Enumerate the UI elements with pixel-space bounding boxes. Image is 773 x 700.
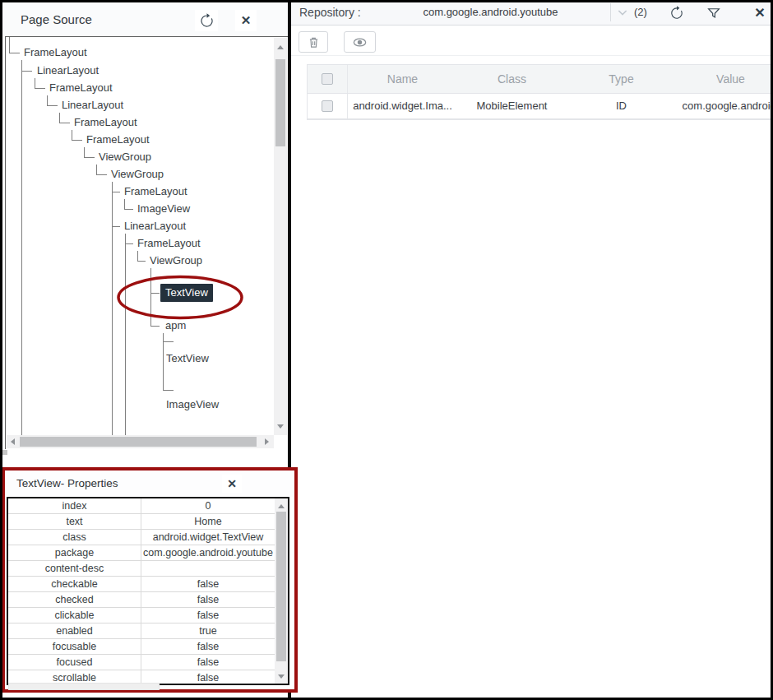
preview-button[interactable] <box>344 31 376 53</box>
property-row[interactable]: packagecom.google.android.youtube <box>8 545 275 561</box>
tree-node-apm[interactable]: apm <box>165 318 186 334</box>
eye-icon <box>352 35 368 50</box>
resize-grip <box>2 450 7 455</box>
properties-table-body: index0textHomeclassandroid.widget.TextVi… <box>8 498 275 685</box>
annotation-rectangle: TextView- Properties ✕ index0textHomecla… <box>2 467 298 693</box>
tree-node-linearlayout[interactable]: LinearLayout <box>37 63 99 79</box>
property-name: text <box>8 514 141 529</box>
property-value: false <box>141 670 275 685</box>
tree-connector <box>9 37 10 53</box>
tree-node-framelayout[interactable]: FrameLayout <box>24 44 87 61</box>
property-value: false <box>141 639 275 654</box>
property-name: clickable <box>8 608 141 623</box>
tree-node-framelayout[interactable]: FrameLayout <box>49 80 113 96</box>
tree-node-viewgroup[interactable]: ViewGroup <box>111 166 164 183</box>
property-value: android.widget.TextView <box>141 530 275 545</box>
repository-select[interactable]: com.google.android.youtube <box>382 0 599 25</box>
cell-type: ID <box>567 94 676 118</box>
property-name: focusable <box>8 639 141 654</box>
tree-horizontal-scrollbar[interactable] <box>7 435 274 448</box>
tree-node-linearlayout[interactable]: LinearLayout <box>62 97 123 114</box>
refresh-icon[interactable] <box>195 10 218 31</box>
tree-node-viewgroup[interactable]: ViewGroup <box>150 253 202 269</box>
tree-connector <box>35 88 45 89</box>
tree-connector <box>84 147 85 157</box>
scroll-right-icon[interactable] <box>262 438 271 446</box>
property-row[interactable]: index0 <box>8 498 275 514</box>
tree-connector <box>84 157 95 158</box>
property-row[interactable]: content-desc <box>8 561 275 577</box>
tree-connector <box>72 130 72 140</box>
close-icon[interactable]: ✕ <box>749 2 771 23</box>
property-name: checkable <box>8 577 141 591</box>
tree-node-framelayout[interactable]: FrameLayout <box>86 132 150 148</box>
tree-node-imageview[interactable]: ImageView <box>166 396 219 413</box>
property-name: focused <box>8 655 141 670</box>
tree-connector <box>9 53 20 53</box>
property-row[interactable]: focusedfalse <box>8 655 275 670</box>
tree-connector <box>47 95 48 105</box>
tree-node-framelayout[interactable]: FrameLayout <box>124 183 187 200</box>
tree-node-framelayout[interactable]: FrameLayout <box>74 114 137 131</box>
tree-node-textview[interactable]: TextView <box>166 350 209 367</box>
tree-connector <box>163 390 174 391</box>
property-row[interactable]: classandroid.widget.TextView <box>8 530 275 545</box>
repository-count: (2) <box>634 0 647 25</box>
tree-connector <box>96 174 107 175</box>
table-row[interactable]: android.widget.Ima...MobileElementIDcom.… <box>308 94 773 119</box>
delete-button[interactable] <box>299 31 328 53</box>
tree-vertical-scrollbar[interactable] <box>274 38 287 435</box>
scrollbar-thumb[interactable] <box>20 437 257 447</box>
scroll-left-icon[interactable] <box>8 438 16 446</box>
property-row[interactable]: clickablefalse <box>8 608 275 624</box>
cell-class: MobileElement <box>457 94 567 118</box>
properties-scrollbar[interactable] <box>275 498 288 684</box>
toolbar-divider <box>291 55 773 56</box>
property-name: enabled <box>8 624 141 638</box>
horizontal-scrollbar-remnant <box>8 683 160 690</box>
tree-connector <box>125 243 133 244</box>
tree-connector <box>72 140 82 141</box>
repo-table-body: android.widget.Ima...MobileElementIDcom.… <box>308 94 773 119</box>
tree-connector <box>21 60 22 435</box>
scrollbar-thumb[interactable] <box>275 59 285 146</box>
tree-canvas: FrameLayoutLinearLayoutFrameLayoutLinear… <box>5 36 289 449</box>
tree-node-framelayout[interactable]: FrameLayout <box>137 235 201 252</box>
tree-node-imageview[interactable]: ImageView <box>137 201 190 217</box>
tree-connector <box>137 261 146 262</box>
repository-header: Repository : com.google.android.youtube … <box>291 0 773 25</box>
refresh-icon <box>199 13 215 29</box>
close-icon[interactable]: ✕ <box>222 475 242 493</box>
property-row[interactable]: enabledtrue <box>8 624 275 639</box>
close-icon[interactable]: ✕ <box>235 10 257 31</box>
row-checkbox[interactable] <box>322 100 333 112</box>
scrollbar-thumb[interactable] <box>276 512 286 661</box>
tree-connector <box>124 199 125 209</box>
tree-node-linearlayout[interactable]: LinearLayout <box>124 218 186 234</box>
property-row[interactable]: focusablefalse <box>8 639 275 655</box>
cell-name: android.widget.Ima... <box>348 94 457 118</box>
property-row[interactable]: textHome <box>8 514 275 530</box>
select-all-checkbox[interactable] <box>322 73 333 85</box>
tree-connector <box>125 234 126 435</box>
scroll-down-icon[interactable] <box>277 672 285 680</box>
refresh-icon[interactable] <box>669 5 684 21</box>
tree-connector <box>112 226 120 227</box>
scroll-up-icon[interactable] <box>277 502 285 510</box>
filter-icon[interactable] <box>706 5 721 21</box>
tree-connector <box>59 113 60 123</box>
tree-connector <box>35 78 35 88</box>
tree-node-viewgroup[interactable]: ViewGroup <box>99 149 151 165</box>
scroll-down-icon[interactable] <box>276 422 285 430</box>
app-window: Page Source ✕ FrameLayoutLinearLayoutFra… <box>0 0 773 700</box>
tree-connector <box>21 71 32 72</box>
property-value: false <box>141 655 275 670</box>
property-value: 0 <box>141 498 275 513</box>
property-row[interactable]: checkablefalse <box>8 577 275 592</box>
property-row[interactable]: checkedfalse <box>8 592 275 608</box>
annotation-ellipse <box>116 275 244 320</box>
chevron-down-icon[interactable] <box>616 6 629 19</box>
tree-connector <box>96 165 97 174</box>
scroll-up-icon[interactable] <box>276 43 285 51</box>
property-value: false <box>141 577 275 591</box>
